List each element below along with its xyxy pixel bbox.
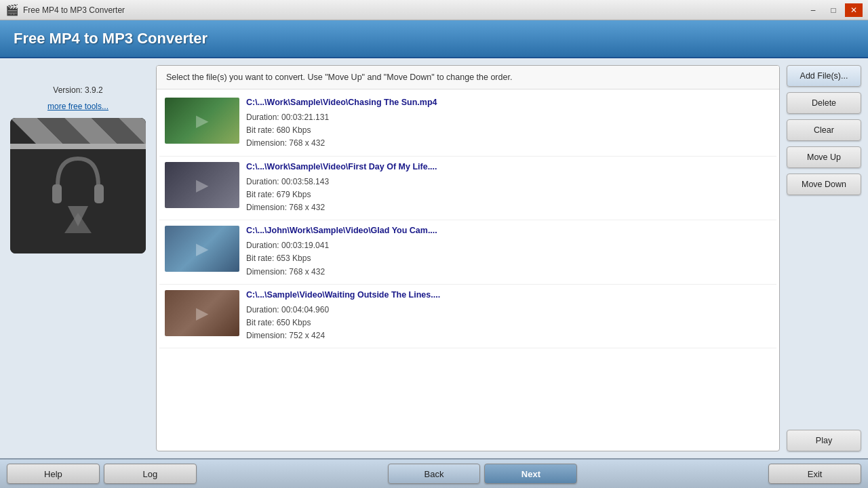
help-button[interactable]: Help [7, 464, 100, 484]
title-bar-left: 🎬 Free MP4 to MP3 Converter [5, 3, 125, 16]
file-detail: Duration: 00:03:21.131 Bit rate: 680 Kbp… [246, 111, 771, 150]
sidebar: Version: 3.9.2 more free tools... [7, 65, 149, 451]
right-panel: Select the file(s) you want to convert. … [156, 65, 861, 451]
instruction-text: Select the file(s) you want to convert. … [157, 66, 779, 89]
title-bar-controls: – □ ✕ [804, 3, 863, 17]
file-thumbnail: ▶ [165, 226, 239, 272]
thumb-overlay: ▶ [165, 162, 239, 208]
title-bar-title: Free MP4 to MP3 Converter [23, 5, 125, 15]
title-bar: 🎬 Free MP4 to MP3 Converter – □ ✕ [0, 0, 868, 20]
file-thumbnail: ▶ [165, 290, 239, 336]
spacer [787, 201, 861, 424]
app-title: Free MP4 to MP3 Converter [14, 30, 208, 47]
svg-rect-6 [10, 144, 146, 149]
thumb-overlay: ▶ [165, 226, 239, 272]
file-info: C:\...\Work\Sample\Video\Chasing The Sun… [246, 98, 771, 150]
svg-rect-7 [52, 184, 62, 203]
more-tools-link[interactable]: more free tools... [47, 102, 108, 111]
main-window: Free MP4 to MP3 Converter Version: 3.9.2… [0, 20, 868, 488]
app-icon: 🎬 [5, 3, 19, 16]
file-dimension: Dimension: 768 x 432 [246, 138, 325, 148]
clapperboard-graphic [10, 118, 146, 253]
file-bitrate: Bit rate: 679 Kbps [246, 190, 311, 199]
svg-rect-8 [94, 184, 104, 203]
file-item[interactable]: ▶ C:\...\Sample\Video\Waiting Outside Th… [159, 285, 776, 349]
thumb-overlay: ▶ [165, 290, 239, 336]
clapper-chevrons-svg [10, 118, 146, 253]
play-button[interactable]: Play [787, 430, 861, 451]
content-area: Version: 3.9.2 more free tools... [0, 58, 868, 458]
close-button[interactable]: ✕ [845, 3, 863, 17]
file-detail: Duration: 00:04:04.960 Bit rate: 650 Kbp… [246, 304, 771, 343]
file-path: C:\...\Work\Sample\Video\Chasing The Sun… [246, 98, 771, 107]
file-thumbnail: ▶ [165, 98, 239, 144]
buttons-panel: Add File(s)... Delete Clear Move Up Move… [787, 65, 861, 451]
move-up-button[interactable]: Move Up [787, 146, 861, 168]
back-button[interactable]: Back [388, 464, 481, 484]
file-thumbnail: ▶ [165, 162, 239, 208]
next-button[interactable]: Next [484, 464, 577, 484]
file-bitrate: Bit rate: 680 Kbps [246, 125, 311, 135]
file-path: C:\...\Sample\Video\Waiting Outside The … [246, 290, 771, 300]
delete-button[interactable]: Delete [787, 92, 861, 114]
file-duration: Duration: 00:03:19.041 [246, 241, 329, 250]
file-detail: Duration: 00:03:58.143 Bit rate: 679 Kbp… [246, 176, 771, 215]
file-item[interactable]: ▶ C:\...\John\Work\Sample\Video\Glad You… [159, 220, 776, 285]
file-path: C:\...\Work\Sample\Video\First Day Of My… [246, 162, 771, 171]
file-duration: Duration: 00:04:04.960 [246, 305, 329, 314]
exit-button[interactable]: Exit [768, 464, 861, 484]
file-dimension: Dimension: 768 x 432 [246, 203, 325, 212]
move-down-button[interactable]: Move Down [787, 174, 861, 195]
file-list: ▶ C:\...\Work\Sample\Video\Chasing The S… [157, 89, 779, 451]
version-label: Version: 3.9.2 [53, 85, 102, 95]
file-list-panel: Select the file(s) you want to convert. … [156, 65, 780, 451]
log-button[interactable]: Log [104, 464, 197, 484]
file-item[interactable]: ▶ C:\...\Work\Sample\Video\First Day Of … [159, 157, 776, 221]
file-path: C:\...\John\Work\Sample\Video\Glad You C… [246, 226, 771, 235]
file-info: C:\...\Work\Sample\Video\First Day Of My… [246, 162, 771, 215]
file-duration: Duration: 00:03:21.131 [246, 113, 329, 122]
clear-button[interactable]: Clear [787, 119, 861, 141]
file-item[interactable]: ▶ C:\...\Work\Sample\Video\Chasing The S… [159, 92, 776, 157]
minimize-button[interactable]: – [804, 3, 822, 17]
file-dimension: Dimension: 752 x 424 [246, 331, 325, 340]
file-detail: Duration: 00:03:19.041 Bit rate: 653 Kbp… [246, 239, 771, 279]
file-duration: Duration: 00:03:58.143 [246, 177, 329, 186]
file-dimension: Dimension: 768 x 432 [246, 267, 325, 277]
file-bitrate: Bit rate: 653 Kbps [246, 253, 311, 263]
file-bitrate: Bit rate: 650 Kbps [246, 318, 311, 327]
add-files-button[interactable]: Add File(s)... [787, 65, 861, 87]
file-info: C:\...\John\Work\Sample\Video\Glad You C… [246, 226, 771, 279]
maximize-button[interactable]: □ [825, 3, 842, 17]
bottom-bar: Help Log Back Next Exit [0, 458, 868, 488]
thumb-overlay: ▶ [165, 98, 239, 144]
app-header: Free MP4 to MP3 Converter [0, 20, 868, 58]
file-info: C:\...\Sample\Video\Waiting Outside The … [246, 290, 771, 343]
